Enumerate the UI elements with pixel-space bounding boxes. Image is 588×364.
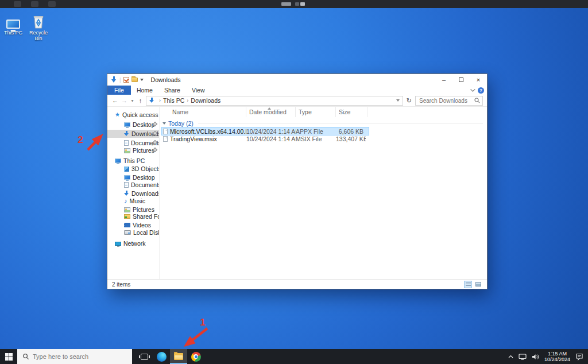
pin-icon	[152, 122, 157, 127]
sidebar-item-3d-objects[interactable]: 3D Objects	[107, 165, 159, 173]
taskbar-clock[interactable]: 1:15 AM 10/24/2024	[544, 351, 570, 363]
desktop-icon-recycle-bin[interactable]: Recycle Bin	[26, 11, 51, 41]
sidebar-item-pictures[interactable]: Pictures	[107, 146, 159, 154]
up-button[interactable]: ↑	[137, 97, 144, 104]
volume-icon[interactable]	[532, 354, 539, 360]
sidebar-item-quick-access[interactable]: ★Quick access	[107, 111, 159, 119]
collapse-group-icon[interactable]	[163, 122, 166, 125]
chrome-taskbar-button[interactable]	[187, 349, 204, 364]
crumb-separator: ›	[187, 98, 188, 103]
new-folder-icon[interactable]	[131, 78, 138, 82]
back-button[interactable]: ←	[111, 97, 119, 104]
ribbon-tabs: File Home Share View ?	[107, 86, 487, 95]
address-toolbar: ← → ▾ ↑ › This PC › Downloads ↻	[107, 95, 487, 107]
document-icon	[124, 140, 129, 146]
help-icon[interactable]: ?	[478, 87, 484, 94]
breadcrumb-downloads[interactable]: Downloads	[191, 97, 220, 104]
properties-icon[interactable]	[123, 77, 129, 83]
file-row-msix[interactable]: TradingView.msix 10/24/2024 1:14 AM MSIX…	[162, 135, 369, 142]
desktop-icon-this-pc[interactable]: This PC	[1, 11, 25, 36]
top-system-bar	[0, 0, 588, 8]
picture-icon	[124, 148, 130, 153]
title-bar[interactable]: | Downloads – ×	[107, 74, 487, 86]
separator: |	[119, 77, 121, 83]
system-bar-handle-icon	[295, 2, 299, 6]
thumbnails-view-button[interactable]	[474, 281, 482, 288]
sidebar-item-shared-folder[interactable]: Shared Folder on	[107, 212, 159, 220]
tab-share[interactable]: Share	[158, 86, 186, 95]
file-row-appx[interactable]: Microsoft.VCLibs.x64.14.00.Desktop.appx …	[162, 127, 369, 135]
sidebar-item-downloads-pc[interactable]: Downloads	[107, 189, 159, 198]
column-header-name[interactable]: Name	[160, 107, 246, 117]
sidebar-item-desktop-pc[interactable]: Desktop	[107, 173, 159, 181]
taskbar-search-input[interactable]	[29, 353, 132, 360]
recent-locations-icon[interactable]: ▾	[130, 98, 135, 103]
sidebar-item-local-disk-c[interactable]: Local Disk (C:)	[107, 229, 159, 237]
item-count: 2 items	[112, 281, 130, 288]
network-icon[interactable]	[519, 354, 527, 360]
picture-icon	[124, 207, 130, 212]
sidebar-item-documents-pc[interactable]: Documents	[107, 181, 159, 189]
tab-home[interactable]: Home	[131, 86, 158, 95]
network-icon	[115, 242, 121, 246]
details-view-button[interactable]	[464, 281, 472, 288]
disk-icon	[124, 230, 131, 235]
shared-folder-icon	[124, 214, 130, 219]
start-button[interactable]	[0, 349, 17, 364]
system-bar-button-icon[interactable]	[48, 1, 56, 7]
sidebar-item-downloads[interactable]: Downloads	[107, 130, 159, 138]
action-center-icon[interactable]	[575, 353, 583, 361]
system-bar-button-icon[interactable]	[14, 1, 21, 7]
desktop-icon	[124, 122, 130, 127]
hidden-icons-chevron-icon[interactable]	[508, 355, 513, 358]
taskbar-search[interactable]	[17, 349, 132, 364]
column-header-type[interactable]: Type	[296, 107, 336, 117]
column-header-date-modified[interactable]: Date modified	[246, 107, 296, 117]
sort-ascending-icon	[268, 107, 271, 110]
task-view-icon	[141, 354, 148, 360]
forward-button[interactable]: →	[121, 97, 128, 104]
address-bar[interactable]: › This PC › Downloads	[146, 96, 403, 106]
sidebar-item-documents[interactable]: Documents	[107, 139, 159, 147]
explorer-search-input[interactable]	[416, 98, 482, 104]
tab-view[interactable]: View	[186, 86, 211, 95]
customize-toolbar-icon[interactable]	[140, 79, 144, 81]
quick-access-toolbar: |	[111, 76, 144, 83]
task-view-button[interactable]	[136, 349, 153, 364]
breadcrumb-this-pc[interactable]: This PC	[163, 97, 184, 104]
status-bar: 2 items	[107, 279, 487, 289]
minimize-button[interactable]: –	[435, 74, 452, 86]
sidebar-item-videos[interactable]: Videos	[107, 221, 159, 229]
column-header-size[interactable]: Size	[336, 107, 368, 117]
tab-file[interactable]: File	[107, 86, 131, 95]
file-explorer-icon	[174, 353, 183, 360]
sidebar-item-this-pc[interactable]: This PC	[107, 157, 159, 165]
refresh-icon[interactable]: ↻	[405, 97, 413, 104]
search-icon	[22, 353, 29, 360]
download-icon	[124, 131, 129, 137]
annotation-label-2: 2	[78, 134, 83, 145]
pin-icon	[152, 148, 157, 153]
star-icon: ★	[115, 112, 120, 118]
chrome-icon	[191, 352, 201, 362]
recycle-bin-icon	[26, 11, 51, 29]
sidebar-item-network[interactable]: Network	[107, 239, 159, 247]
crumb-separator: ›	[159, 98, 161, 103]
system-bar-handle-icon	[281, 2, 291, 6]
edge-taskbar-button[interactable]	[153, 349, 170, 364]
address-dropdown-icon[interactable]	[396, 99, 400, 102]
close-button[interactable]: ×	[470, 74, 487, 86]
maximize-button[interactable]	[452, 74, 470, 86]
downloads-icon	[149, 98, 154, 103]
file-explorer-taskbar-button[interactable]	[170, 349, 187, 364]
pin-icon	[152, 141, 157, 146]
file-icon	[163, 129, 168, 134]
this-pc-icon	[1, 11, 25, 29]
sidebar-item-desktop[interactable]: Desktop	[107, 121, 159, 129]
system-bar-button-icon[interactable]	[31, 1, 38, 7]
group-header-today[interactable]: Today (2)	[163, 119, 483, 127]
expand-ribbon-icon[interactable]	[470, 87, 475, 91]
explorer-search[interactable]	[415, 96, 483, 106]
edge-icon	[157, 352, 167, 362]
sidebar-item-music[interactable]: ♪Music	[107, 197, 159, 205]
